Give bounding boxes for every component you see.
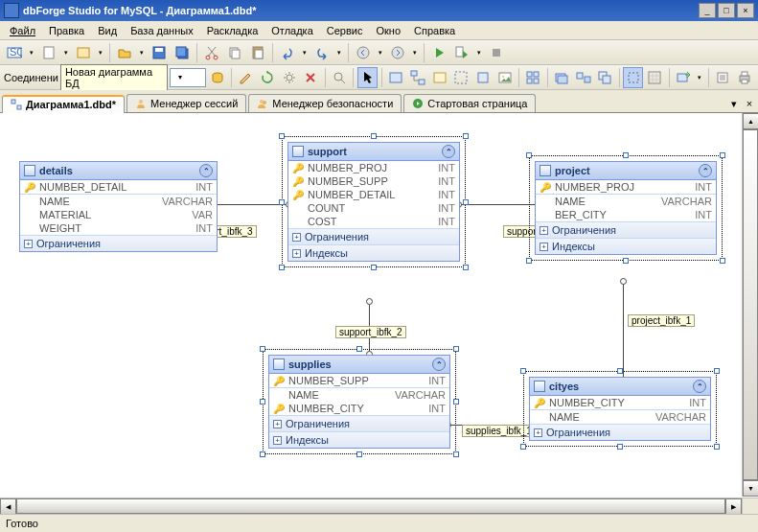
resize-handle[interactable] (526, 152, 532, 158)
resize-handle[interactable] (520, 444, 526, 450)
sql-button[interactable]: SQL (4, 42, 25, 63)
ungroup-button[interactable] (573, 67, 593, 88)
redo-button[interactable] (311, 42, 333, 63)
resize-handle[interactable] (463, 265, 469, 270)
layout-button[interactable] (523, 67, 543, 88)
menu-edit[interactable]: Правка (43, 23, 90, 38)
expand-icon[interactable]: + (273, 436, 282, 445)
relation-label-support-ibfk-2[interactable]: support_ibfk_2 (335, 326, 406, 338)
tab-session-mgr[interactable]: Менеджер сессий (126, 94, 246, 112)
resize-handle[interactable] (279, 265, 285, 270)
tab-start-page[interactable]: Стартовая страница (403, 94, 536, 112)
paste-button[interactable] (247, 42, 268, 63)
delete-button[interactable] (301, 67, 321, 88)
expand-icon[interactable]: + (540, 226, 548, 235)
run-script-dropdown[interactable]: ▾ (474, 49, 484, 57)
vertical-scrollbar[interactable]: ▲ ▼ (742, 113, 758, 497)
column-row[interactable]: 🔑NUMBER_CITYINT (530, 396, 710, 409)
menu-service[interactable]: Сервис (321, 23, 369, 38)
table-header[interactable]: details ⌃ (20, 162, 217, 180)
table-dropdown[interactable]: ▾ (96, 49, 105, 57)
undo-button[interactable] (277, 42, 298, 63)
stop-button[interactable] (486, 42, 507, 63)
resize-handle[interactable] (617, 444, 623, 450)
select-mode-button[interactable] (623, 67, 643, 88)
column-row[interactable]: WEIGHTINT (20, 221, 217, 235)
collapse-button[interactable]: ⌃ (693, 380, 706, 393)
relation-endpoint[interactable] (620, 278, 627, 285)
nav-back-dropdown[interactable]: ▾ (376, 49, 385, 57)
constraints-section[interactable]: +Ограничения (20, 235, 217, 251)
table-details[interactable]: details ⌃ 🔑NUMBER_DETAILINT NAMEVARCHAR … (19, 161, 218, 252)
open-dropdown[interactable]: ▾ (137, 49, 147, 57)
close-button[interactable]: × (737, 3, 754, 18)
relation-line[interactable] (623, 281, 624, 377)
column-row[interactable]: BER_CITYINT (536, 208, 716, 221)
resize-handle[interactable] (453, 346, 459, 352)
column-row[interactable]: 🔑NUMBER_SUPPINT (269, 374, 449, 387)
resize-handle[interactable] (617, 368, 623, 374)
new-dropdown[interactable]: ▾ (61, 49, 71, 57)
scroll-down-button[interactable]: ▼ (743, 480, 758, 497)
sql-dropdown[interactable]: ▾ (27, 49, 36, 57)
menu-file[interactable]: Файл (4, 23, 41, 38)
connect-button[interactable] (208, 67, 228, 88)
indexes-section[interactable]: +Индексы (536, 238, 716, 254)
note-button[interactable] (429, 67, 449, 88)
tab-list-button[interactable]: ▾ (727, 97, 741, 110)
column-row[interactable]: COSTINT (288, 215, 459, 228)
expand-icon[interactable]: + (534, 428, 542, 437)
open-button[interactable] (114, 42, 135, 63)
connection-combo[interactable] (170, 68, 206, 87)
column-row[interactable]: 🔑NUMBER_DETAILINT (288, 188, 459, 201)
constraints-section[interactable]: +Ограничения (269, 415, 449, 431)
constraints-section[interactable]: +Ограничения (536, 221, 716, 238)
snap-button[interactable] (645, 67, 665, 88)
collapse-button[interactable]: ⌃ (432, 358, 446, 371)
redo-dropdown[interactable]: ▾ (334, 49, 344, 57)
print-button[interactable] (734, 67, 754, 88)
scroll-right-button[interactable]: ▶ (725, 498, 742, 514)
expand-icon[interactable]: + (24, 240, 33, 248)
resize-handle[interactable] (260, 451, 265, 457)
resize-handle[interactable] (720, 152, 725, 158)
options-button[interactable] (713, 67, 733, 88)
menu-window[interactable]: Окно (370, 23, 406, 38)
nav-fwd-button[interactable] (387, 42, 408, 63)
cut-button[interactable] (201, 42, 222, 63)
tab-close-button[interactable]: × (743, 97, 756, 110)
copy-button[interactable] (224, 42, 245, 63)
maximize-button[interactable]: □ (718, 3, 735, 18)
column-row[interactable]: 🔑NUMBER_PROJINT (536, 180, 716, 194)
table-header[interactable]: support ⌃ (288, 143, 459, 161)
nav-fwd-dropdown[interactable]: ▾ (410, 49, 420, 57)
column-row[interactable]: NAMEVARCHAR (530, 410, 710, 424)
menu-debug[interactable]: Отладка (265, 23, 318, 38)
container-button[interactable] (451, 67, 471, 88)
column-row[interactable]: NAMEVARCHAR (536, 195, 716, 208)
minimize-button[interactable]: _ (699, 3, 716, 18)
resize-handle[interactable] (463, 199, 469, 205)
gear-button[interactable] (279, 67, 299, 88)
table-support[interactable]: support ⌃ 🔑NUMBER_PROJINT 🔑NUMBER_SUPPIN… (287, 142, 460, 262)
column-row[interactable]: NAMEVARCHAR (20, 195, 217, 208)
relation-label-supplies-ibfk-1[interactable]: supplies_ibfk_1 (462, 425, 536, 437)
undo-dropdown[interactable]: ▾ (300, 49, 310, 57)
run-button[interactable] (428, 42, 449, 63)
export-button[interactable] (674, 67, 694, 88)
menu-layout[interactable]: Раскладка (201, 23, 264, 38)
resize-handle[interactable] (453, 451, 459, 457)
table-project[interactable]: project ⌃ 🔑NUMBER_PROJINT NAMEVARCHAR BE… (535, 161, 717, 255)
table-header[interactable]: cityes ⌃ (530, 378, 710, 396)
expand-icon[interactable]: + (540, 243, 548, 251)
resize-handle[interactable] (371, 133, 377, 139)
menu-database[interactable]: База данных (125, 23, 199, 38)
resize-handle[interactable] (520, 368, 526, 374)
collapse-button[interactable]: ⌃ (442, 145, 455, 158)
column-row[interactable]: COUNTINT (288, 201, 459, 215)
save-button[interactable] (149, 42, 170, 63)
export-dropdown[interactable]: ▾ (695, 74, 703, 81)
column-row[interactable]: NAMEVARCHAR (269, 388, 449, 402)
resize-handle[interactable] (526, 258, 532, 264)
add-relation-button[interactable] (408, 67, 428, 88)
